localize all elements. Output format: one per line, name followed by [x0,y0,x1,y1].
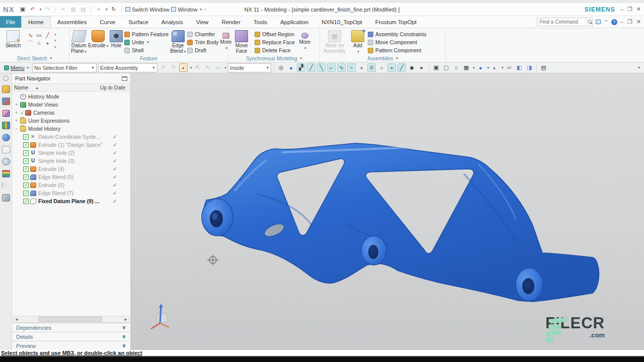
point-sphere-icon[interactable]: ◎ [277,63,285,72]
reuse-library-icon[interactable] [2,122,10,129]
touch-mode-icon[interactable] [2,182,10,190]
feature-checkbox[interactable]: ✓ [23,158,29,164]
web-browser-icon[interactable] [2,146,10,153]
add-component-button[interactable]: Add▾ [349,29,366,54]
switch-window-button[interactable]: Switch Window [125,7,170,13]
tree-row-model-views[interactable]: +Model Views [12,101,130,109]
undo-icon[interactable]: ↶ [29,6,37,14]
undock-panel-icon[interactable] [122,76,127,81]
repeat-command-icon[interactable]: ↻ [110,6,118,14]
point-icon[interactable]: + [43,39,52,47]
tab-view[interactable]: View [190,16,215,28]
hole-button[interactable]: Hole [110,29,123,48]
tree-row-fixed-datum-plane-9[interactable]: ✓Fixed Datum Plane (9) ...✓ [12,197,130,205]
circle-center-icon[interactable]: ⊙ [367,63,376,72]
group-dialog-launcher-icon[interactable]: ▾ [300,56,302,60]
show-shortcuts-icon[interactable]: ▸ [418,63,426,72]
replace-face-button[interactable]: Replace Face [255,39,295,46]
hd3d-tools-icon[interactable] [2,134,10,141]
move-rotate-icon[interactable]: ▤ [539,63,548,72]
tree-row-model-history[interactable]: −Model History [12,125,130,133]
minimize-button[interactable]: – [620,6,623,13]
shaded-edges-icon[interactable]: ▣ [432,63,440,72]
feature-checkbox[interactable]: ✓ [23,166,29,172]
sync-more-button[interactable]: More▾ [296,29,313,51]
tangent-point-icon[interactable]: ~ [347,63,356,72]
menu-button[interactable]: Menu▾ [2,65,31,71]
process-studio-icon[interactable] [2,170,10,177]
tree-row-extrude-1[interactable]: ✓Extrude (1) "Design Space"✓ [12,141,130,149]
feature-checkbox[interactable]: ✓ [23,174,29,180]
tree-row-edge-blend-5[interactable]: ✓Edge Blend (5)✓ [12,173,130,181]
roles-icon[interactable] [2,194,10,202]
control-point-icon[interactable]: ╲ [317,63,326,72]
arc-icon[interactable]: ⌒ [26,39,35,47]
tree-row-extrude-4[interactable]: ✓Extrude (4)✓ [12,165,130,173]
tab-analysis[interactable]: Analysis [155,16,190,28]
end-point-icon[interactable]: ▞ [297,63,305,72]
scroll-left-icon[interactable]: ◄ [14,317,20,322]
tab-curve[interactable]: Curve [94,16,122,28]
part-navigator-icon[interactable] [2,110,10,117]
group-dialog-launcher-icon[interactable]: ▾ [396,56,398,60]
work-plane-icon[interactable]: ● [287,63,295,72]
history-icon[interactable] [2,158,10,165]
extrude-button[interactable]: Extrude▾ [88,29,108,49]
toolbar-overflow-icon[interactable]: ▾ [638,65,642,70]
column-up-to-date[interactable]: Up to Date [100,84,128,90]
finder-dropdown-icon[interactable]: ▾ [106,8,108,12]
delete-face-button[interactable]: Delete Face [255,47,295,54]
pattern-component-button[interactable]: Pattern Component [368,47,427,54]
chamfer-button[interactable]: Chamfer [187,31,218,38]
window-view-icon[interactable]: ▱ [505,63,514,72]
selection-scope-dropdown[interactable]: Entire Assembly▼ [98,63,157,72]
doc-restore-button[interactable]: ❐ [627,19,632,25]
tree-row-cameras[interactable]: +✓Cameras [12,109,130,117]
tree-row-extrude-6[interactable]: ✓Extrude (6)✓ [12,181,130,189]
tab-home[interactable]: Home [21,16,51,28]
quadrant-icon[interactable]: + [357,63,366,72]
selection-filter-dropdown[interactable]: No Selection Filter▼ [32,63,97,72]
save-icon[interactable]: ▣ [19,6,27,14]
minimize-ribbon-icon[interactable]: ⌃ [604,19,608,25]
studio-spline-icon[interactable]: ∿ [26,31,35,39]
tree-row-user-expressions[interactable]: +User Expressions [12,117,130,125]
wireframe-icon[interactable]: ▢ [442,63,450,72]
constraint-navigator-icon[interactable] [2,98,10,105]
full-screen-icon[interactable] [596,20,601,24]
tree-row-history-mode[interactable]: History Mode [12,93,130,101]
section-dependencies[interactable]: Dependencies∨ [12,323,130,332]
sketch-button[interactable]: Sketch [2,29,25,48]
half-shade-icon[interactable]: ◐ [491,63,499,72]
tab-application[interactable]: Application [274,16,315,28]
offset-region-button[interactable]: Offset Region [255,31,295,38]
clip-section-icon[interactable]: ◧ [515,63,524,72]
section-preview[interactable]: Preview∨ [12,341,130,350]
scrollbar-thumb[interactable] [38,317,102,322]
tree-row-simple-hole-2[interactable]: ✓Simple Hole (2)✓ [12,149,130,157]
doc-minimize-button[interactable]: – [620,19,623,25]
help-icon[interactable]: ? [611,19,617,25]
tab-frustum-topopt[interactable]: Frustum TopOpt [369,16,423,28]
tab-assemblies[interactable]: Assemblies [51,16,94,28]
search-icon[interactable] [586,18,592,26]
trim-body-button[interactable]: Trim Body [187,39,218,46]
mid-point-icon[interactable]: ╱ [307,63,315,72]
edge-blend-button[interactable]: Edge Blend▾ [170,29,186,54]
line-icon[interactable]: ╱ [43,31,52,39]
feature-checkbox[interactable]: ✓ [23,199,29,204]
assembly-constraints-button[interactable]: Assembly Constraints [368,31,427,38]
tab-file[interactable]: File [0,16,21,28]
tab-render[interactable]: Render [215,16,247,28]
snap-point-settings-icon[interactable]: ▪ [179,63,188,72]
feature-checkbox[interactable]: ✓ [23,134,29,140]
find-command-input[interactable] [537,18,586,26]
render-style-icon[interactable]: ○ [452,63,460,72]
navigator-horizontal-scrollbar[interactable]: ◄ ► [13,316,129,323]
rectangle-icon[interactable]: ▭ [35,31,43,39]
circle-icon[interactable]: ○ [35,39,43,47]
undo-dropdown-icon[interactable]: ▾ [40,8,42,12]
move-component-button[interactable]: Move Component [368,39,427,46]
tab-surface[interactable]: Surface [122,16,155,28]
command-finder-icon[interactable]: ⌁ [95,6,103,14]
